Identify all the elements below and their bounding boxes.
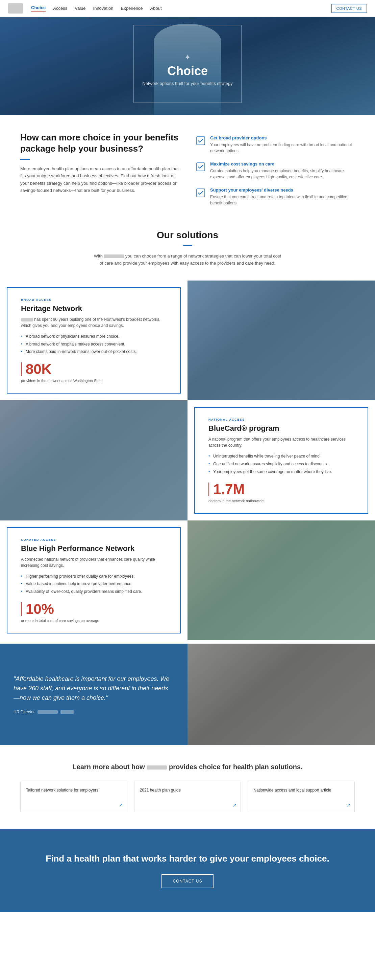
feature-desc-broad: Your employees will have no problem find… <box>210 142 355 154</box>
learn-card-1-title: Tailored network solutions for employers <box>26 788 122 793</box>
cta-footer: Find a health plan that works harder to … <box>0 829 375 912</box>
nav-link-innovation[interactable]: Innovation <box>93 6 114 11</box>
quote-text: "Affordable healthcare is important for … <box>14 675 174 703</box>
bluehigh-desc: A connected national network of provider… <box>21 556 166 568</box>
heritage-content: BROAD ACCESS Heritage Network has spent … <box>7 287 181 393</box>
quote-attribution: HR Director <box>14 710 174 714</box>
heritage-access-label: BROAD ACCESS <box>21 298 166 302</box>
heritage-image <box>188 280 375 400</box>
nav-logo <box>8 3 23 14</box>
intro-body: More employee health plan options mean a… <box>20 165 179 194</box>
heritage-bullet-3: • More claims paid in-network means lowe… <box>21 348 166 356</box>
hero-content: ✦ Choice Network options built for your … <box>0 17 375 115</box>
feature-title-diverse: Support your employees' diverse needs <box>210 188 355 192</box>
bluecard-name: BlueCard® program <box>209 424 354 433</box>
nav-link-value[interactable]: Value <box>75 6 85 11</box>
feature-item-cost: Maximize cost savings on care Curated so… <box>196 161 355 180</box>
bluehigh-network-section: CURATED ACCESS Blue High Performance Net… <box>0 520 375 640</box>
bluecard-bullets: • Uninterrupted benefits while traveling… <box>209 452 354 476</box>
bluecard-bullet-3: • Your employees get the same coverage n… <box>209 468 354 476</box>
learn-card-3[interactable]: Nationwide access and local support arti… <box>248 782 355 812</box>
learn-card-3-title: Nationwide access and local support arti… <box>253 788 349 793</box>
solutions-section: Our solutions With you can choose from a… <box>0 223 375 280</box>
learn-card-2-title: 2021 health plan guide <box>140 788 236 793</box>
brand-placeholder-learn <box>147 765 167 770</box>
quote-section: "Affordable healthcare is important for … <box>0 644 375 745</box>
feature-icon-cost <box>196 162 206 173</box>
learn-card-3-arrow: ↗ <box>346 802 350 808</box>
learn-more-title: Learn more about how provides choice for… <box>20 762 355 772</box>
learn-more-cards: Tailored network solutions for employers… <box>20 782 355 812</box>
learn-card-1-arrow: ↗ <box>119 802 123 808</box>
bluecard-stat-number: 1.7M <box>213 481 245 497</box>
solutions-title: Our solutions <box>20 230 355 240</box>
bluehigh-content: CURATED ACCESS Blue High Performance Net… <box>7 527 181 633</box>
feature-item-diverse: Support your employees' diverse needs En… <box>196 188 355 206</box>
bluehigh-bullet-3: • Availability of lower-cost, quality pr… <box>21 588 166 596</box>
feature-content-broad: Get broad provider options Your employee… <box>210 135 355 154</box>
solutions-divider <box>183 245 192 246</box>
quote-image-placeholder <box>188 644 375 745</box>
feature-desc-cost: Curated solutions help you manage employ… <box>210 168 355 180</box>
bluecard-stat: 1.7M doctors in the network nationwide <box>209 481 354 503</box>
heritage-bullet-2: • A broad network of hospitals makes acc… <box>21 340 166 348</box>
intro-heading: How can more choice in your benefits pac… <box>20 132 179 154</box>
bluehigh-stat-number: 10% <box>26 601 54 617</box>
heritage-bullets: • A broad network of physicians ensures … <box>21 332 166 356</box>
bluecard-image-placeholder <box>0 400 188 520</box>
heritage-stat: 80K providers in the network across Wash… <box>21 361 166 383</box>
intro-section: How can more choice in your benefits pac… <box>0 115 375 223</box>
bluehigh-bullet-1: • Higher performing providers offer qual… <box>21 573 166 580</box>
feature-icon-broad <box>196 136 206 146</box>
heritage-name: Heritage Network <box>21 304 166 313</box>
feature-desc-diverse: Ensure that you can attract and retain t… <box>210 194 355 206</box>
cta-contact-button[interactable]: CONTACT US <box>161 874 214 888</box>
nav-link-about[interactable]: About <box>150 6 162 11</box>
bluehigh-stat-label: or more in total cost of care savings on… <box>21 619 166 623</box>
contact-us-button[interactable]: CONTACT US <box>331 4 367 13</box>
bluecard-access-label: NATIONAL ACCESS <box>209 418 354 421</box>
bluecard-image <box>0 400 188 520</box>
quote-image <box>188 644 375 745</box>
feature-title-cost: Maximize cost savings on care <box>210 161 355 167</box>
learn-more-section: Learn more about how provides choice for… <box>0 745 375 829</box>
navigation: Choice Access Value Innovation Experienc… <box>0 0 375 17</box>
bluecard-bullet-2: • One unified network ensures simplicity… <box>209 460 354 468</box>
feature-icon-diverse <box>196 188 206 199</box>
intro-divider <box>20 159 30 160</box>
cta-title: Find a health plan that works harder to … <box>7 853 368 865</box>
nav-link-access[interactable]: Access <box>53 6 67 11</box>
bluecard-stat-label: doctors in the network nationwide <box>209 499 354 503</box>
heritage-network-section: BROAD ACCESS Heritage Network has spent … <box>0 280 375 400</box>
feature-item-broad: Get broad provider options Your employee… <box>196 135 355 154</box>
intro-left: How can more choice in your benefits pac… <box>20 132 179 206</box>
quote-attr-brand <box>38 710 58 714</box>
heritage-stat-label: providers in the network across Washingt… <box>21 379 166 383</box>
hero-subtitle: Network options built for your benefits … <box>142 81 233 86</box>
brand-heritage <box>21 318 33 321</box>
bluecard-network-section: NATIONAL ACCESS BlueCard® program A nati… <box>0 400 375 520</box>
intro-features: Get broad provider options Your employee… <box>196 132 355 206</box>
learn-card-2-arrow: ↗ <box>233 802 236 808</box>
feature-content-cost: Maximize cost savings on care Curated so… <box>210 161 355 180</box>
bluecard-bullet-1: • Uninterrupted benefits while traveling… <box>209 452 354 460</box>
quote-attr-brand2 <box>60 710 74 714</box>
quote-content: "Affordable healthcare is important for … <box>0 644 188 745</box>
learn-card-2[interactable]: 2021 health plan guide ↗ <box>134 782 241 812</box>
bluehigh-bullets: • Higher performing providers offer qual… <box>21 573 166 596</box>
bluehigh-bullet-2: • Value-based incentives help improve pr… <box>21 580 166 588</box>
bluehigh-stat-divider <box>21 602 22 616</box>
hero-icon: ✦ <box>184 53 191 62</box>
learn-card-1[interactable]: Tailored network solutions for employers… <box>20 782 127 812</box>
nav-link-choice[interactable]: Choice <box>31 5 46 11</box>
bluecard-stat-divider <box>209 482 209 496</box>
heritage-image-placeholder <box>188 280 375 400</box>
quote-attr-label: HR Director <box>14 710 35 714</box>
heritage-desc: has spent 80 years building one of the N… <box>21 317 166 329</box>
bluecard-content: NATIONAL ACCESS BlueCard® program A nati… <box>194 407 368 513</box>
nav-link-experience[interactable]: Experience <box>121 6 143 11</box>
hero-section: ✦ Choice Network options built for your … <box>0 17 375 115</box>
hero-title: Choice <box>167 64 208 78</box>
bluecard-desc: A national program that offers your empl… <box>209 436 354 449</box>
bluehigh-name: Blue High Performance Network <box>21 544 166 553</box>
